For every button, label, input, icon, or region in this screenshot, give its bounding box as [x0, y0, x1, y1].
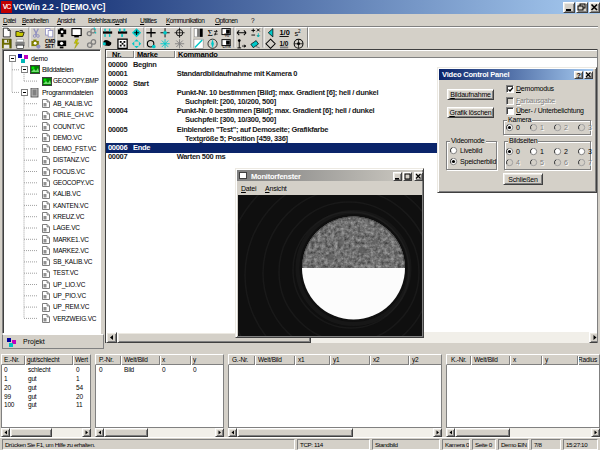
- svg-text:2: 2: [298, 29, 301, 34]
- svg-text:%: %: [224, 32, 229, 38]
- svg-text:1/0: 1/0: [280, 28, 290, 37]
- svg-text:Σ: Σ: [208, 28, 213, 38]
- svg-text:1/0: 1/0: [280, 40, 289, 47]
